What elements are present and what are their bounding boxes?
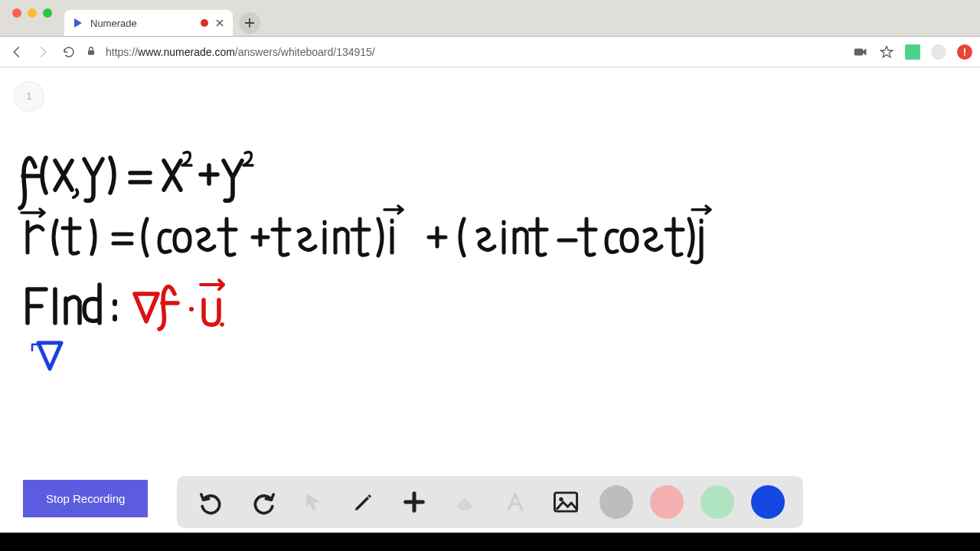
profile-avatar-icon[interactable] [931,44,946,60]
pointer-tool[interactable] [296,485,330,519]
page-content: 1 [0,67,980,542]
url-path: /answers/whiteboard/134915/ [235,46,375,58]
color-blue-swatch[interactable] [751,485,785,519]
undo-button[interactable] [195,485,229,519]
pencil-tool[interactable] [347,485,381,519]
lock-icon[interactable] [86,46,98,58]
back-button[interactable] [8,43,26,61]
window-controls [8,0,57,36]
add-shape-tool[interactable] [397,485,431,519]
stop-recording-button[interactable]: Stop Recording [23,480,148,517]
color-pink-swatch[interactable] [650,485,684,519]
whiteboard-toolbar [177,476,803,528]
bookmark-star-icon[interactable] [879,44,894,60]
svg-rect-1 [88,50,94,54]
recording-indicator-icon [201,19,208,27]
new-tab-button[interactable] [239,12,260,34]
reload-button[interactable] [60,43,78,61]
extension-green-icon[interactable] [905,44,920,60]
forward-button[interactable] [34,43,52,61]
minimize-window-icon[interactable] [28,8,37,18]
whiteboard-canvas[interactable] [0,67,980,542]
camera-icon[interactable] [853,44,868,60]
color-grey-swatch[interactable] [599,485,633,519]
browser-tab[interactable]: Numerade [64,10,233,36]
maximize-window-icon[interactable] [43,8,52,18]
url-protocol: https:// [106,46,138,58]
close-window-icon[interactable] [12,8,21,18]
svg-point-3 [189,307,194,311]
svg-rect-2 [854,48,863,55]
text-tool[interactable] [498,485,532,519]
color-green-swatch[interactable] [701,485,734,519]
url-host: www.numerade.com [138,46,235,58]
extension-red-icon[interactable] [957,44,972,60]
image-tool[interactable] [549,485,583,519]
toolbar-right-icons [853,44,972,60]
bottom-black-bar [0,533,980,542]
tab-title: Numerade [90,18,194,29]
eraser-tool[interactable] [448,485,482,519]
svg-marker-0 [74,18,82,28]
url-display[interactable]: https://www.numerade.com/answers/whitebo… [106,46,845,58]
close-tab-icon[interactable] [214,18,225,28]
browser-tab-strip: Numerade [0,0,980,37]
favicon-icon [72,17,84,29]
stop-recording-label: Stop Recording [46,492,125,505]
redo-button[interactable] [246,485,279,519]
address-bar: https://www.numerade.com/answers/whitebo… [0,37,980,67]
svg-point-5 [559,497,563,501]
